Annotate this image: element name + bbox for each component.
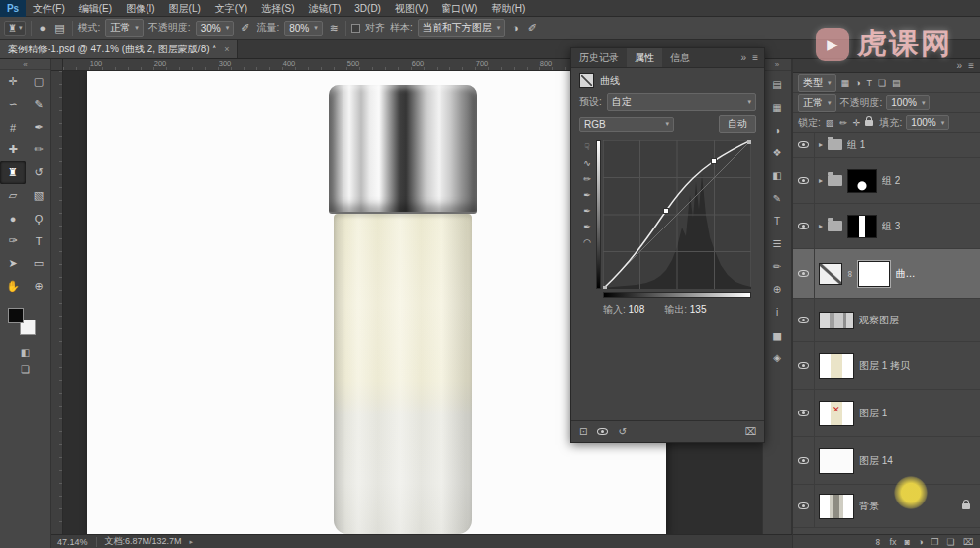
menu-window[interactable]: 窗口(W) [435, 0, 484, 17]
eyedropper-tool[interactable]: ✒ [26, 116, 51, 138]
dodge-tool[interactable]: Ϙ [26, 207, 51, 229]
output-value[interactable]: 135 [690, 304, 707, 315]
menu-edit[interactable]: 编辑(E) [72, 0, 119, 17]
rectangular-marquee-tool[interactable]: ▢ [26, 70, 51, 93]
white-point-eyedropper-icon[interactable]: ✒ [583, 222, 591, 231]
spot-healing-brush-tool[interactable]: ✚ [0, 138, 26, 161]
layer-row-copy[interactable]: 图层 1 拷贝 [793, 342, 980, 390]
menu-view[interactable]: 视图(V) [388, 0, 435, 17]
lock-image-icon[interactable]: ✏ [838, 118, 848, 128]
visibility-toggle[interactable] [793, 342, 815, 389]
foreground-color-swatch[interactable] [8, 308, 24, 323]
layer-mask-thumbnail[interactable] [847, 169, 877, 193]
clip-to-layer-icon[interactable]: ⊡ [579, 426, 587, 437]
layer-thumbnail[interactable] [819, 494, 854, 519]
brush-panel-icon[interactable]: ✏ [766, 257, 788, 276]
lock-all-icon[interactable] [865, 120, 873, 126]
layer-row-group2[interactable]: ▸ 组 2 [793, 158, 980, 204]
layer-row-background[interactable]: 背景 [793, 485, 980, 528]
layer-row-group1[interactable]: ▸ 组 1 [793, 133, 980, 158]
gradient-tool[interactable]: ▧ [26, 184, 51, 207]
navigator-panel-icon[interactable]: ◈ [766, 348, 788, 367]
curves-adjustment-thumbnail[interactable] [819, 263, 842, 285]
edit-points-icon[interactable]: ∿ [583, 158, 591, 168]
layer-row-group3[interactable]: ▸ 组 3 [793, 204, 980, 249]
sample-dropdown[interactable]: 当前和下方图层 ▾ [418, 19, 506, 37]
histogram-panel-icon[interactable]: ▅ [766, 325, 788, 344]
path-selection-tool[interactable]: ➤ [0, 252, 26, 275]
ruler-origin[interactable] [51, 59, 63, 71]
blur-tool[interactable]: ● [0, 207, 26, 229]
filter-adjustment-layers-icon[interactable]: ◑ [854, 78, 861, 88]
toolbar-collapse-icon[interactable]: « [0, 59, 50, 70]
move-tool[interactable]: ✛ [0, 70, 26, 93]
tool-preset-picker[interactable]: ♜ ▾ [4, 21, 26, 36]
draw-curve-pencil-icon[interactable]: ✏ [583, 174, 591, 184]
tab-history[interactable]: 历史记录 [571, 48, 627, 67]
mode-dropdown[interactable]: 正常 ▾ [105, 19, 144, 37]
caret-icon[interactable]: ▸ [819, 176, 823, 185]
fill-dropdown[interactable]: 100% ▾ [906, 115, 949, 130]
hand-tool[interactable]: ✋ [0, 275, 26, 298]
paths-panel-icon[interactable]: ✎ [766, 189, 788, 208]
menu-3d[interactable]: 3D(D) [347, 0, 388, 17]
smooth-curve-icon[interactable]: ◠ [583, 237, 591, 247]
swatches-panel-icon[interactable]: ▦ [766, 98, 788, 117]
blend-mode-dropdown[interactable]: 正常 ▾ [798, 94, 836, 112]
reset-icon[interactable]: ↺ [618, 426, 626, 437]
adjustments-panel-icon[interactable]: ◑ [766, 121, 788, 139]
toggle-visibility-icon[interactable] [597, 428, 608, 435]
shape-tool[interactable]: ▭ [26, 252, 51, 275]
layer-thumbnail[interactable] [819, 353, 854, 379]
visibility-toggle[interactable] [793, 158, 815, 203]
delete-layer-icon[interactable]: ⌧ [963, 537, 973, 547]
pen-tool[interactable]: ✑ [0, 229, 26, 252]
input-value[interactable]: 108 [629, 304, 645, 315]
visibility-toggle[interactable] [793, 249, 815, 298]
visibility-toggle[interactable] [793, 437, 815, 484]
filter-shape-layers-icon[interactable]: ❏ [877, 78, 887, 88]
add-layer-mask-icon[interactable]: ◙ [905, 537, 910, 547]
align-checkbox[interactable] [351, 24, 360, 33]
targeted-adjustment-icon[interactable]: ☟ [584, 142, 589, 152]
brush-tool[interactable]: ✏ [26, 138, 51, 161]
lock-transparency-icon[interactable]: ▨ [825, 118, 835, 128]
visibility-toggle[interactable] [793, 390, 815, 436]
layer-mask-thumbnail[interactable] [858, 261, 890, 287]
color-panel-icon[interactable]: ▤ [766, 75, 788, 94]
vertical-ruler[interactable] [51, 71, 63, 534]
caret-icon[interactable]: ▸ [819, 222, 823, 230]
info-panel-icon[interactable]: i [766, 303, 788, 321]
layer-thumbnail[interactable]: ✕ [819, 401, 854, 426]
pressure-opacity-icon[interactable]: ✐ [239, 22, 251, 35]
layer-row-layer14[interactable]: 图层 14 [793, 437, 980, 485]
lock-position-icon[interactable]: ✛ [852, 118, 862, 128]
delete-adjustment-icon[interactable]: ⌧ [744, 426, 756, 437]
menu-layer[interactable]: 图层(L) [162, 0, 208, 17]
curve-point-selected[interactable] [664, 209, 669, 214]
toggle-brush-panel-icon[interactable]: ▤ [52, 22, 66, 35]
quick-mask-icon[interactable]: ◧ [21, 347, 30, 358]
visibility-toggle[interactable] [793, 133, 815, 157]
ignore-adjustment-layers-icon[interactable]: ◑ [510, 22, 521, 34]
curve-editor[interactable]: ☟ ∿ ✏ ✒ ✒ ✒ ◠ [603, 140, 751, 289]
layer-mask-thumbnail[interactable] [847, 215, 877, 238]
menu-type[interactable]: 文字(Y) [208, 0, 254, 17]
mask-link-icon[interactable]: ∞ [845, 270, 855, 276]
tab-properties[interactable]: 属性 [627, 48, 662, 67]
styles-panel-icon[interactable]: ❖ [766, 143, 788, 162]
black-point-eyedropper-icon[interactable]: ✒ [583, 190, 591, 200]
visibility-toggle[interactable] [793, 299, 815, 341]
collapse-icon[interactable]: » [957, 60, 963, 71]
menu-select[interactable]: 选择(S) [254, 0, 301, 17]
visibility-toggle[interactable] [793, 204, 815, 248]
eraser-tool[interactable]: ▱ [0, 184, 26, 207]
layer-row-curves[interactable]: ∞ 曲… [793, 249, 980, 299]
menu-help[interactable]: 帮助(H) [484, 0, 532, 17]
zoom-tool[interactable]: ⊕ [26, 275, 51, 298]
layer-row-observe[interactable]: 观察图层 [793, 299, 980, 342]
brush-preset-icon[interactable]: ● [37, 22, 48, 34]
menu-filter[interactable]: 滤镜(T) [302, 0, 348, 17]
caret-icon[interactable]: ▸ [819, 140, 823, 149]
curve-endpoint-highlight[interactable] [747, 140, 751, 144]
